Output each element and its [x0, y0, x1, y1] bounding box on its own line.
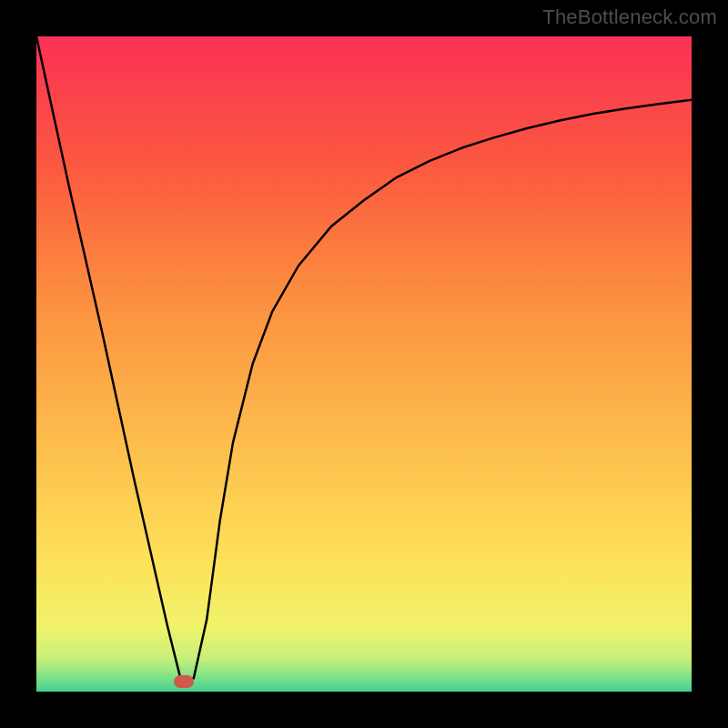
- curve-layer: [36, 36, 692, 692]
- chart-frame: TheBottleneck.com: [0, 0, 728, 728]
- optimal-point-marker: [174, 675, 194, 688]
- bottleneck-curve-path: [36, 36, 692, 679]
- attribution-label: TheBottleneck.com: [542, 5, 717, 29]
- plot-area: [36, 36, 692, 692]
